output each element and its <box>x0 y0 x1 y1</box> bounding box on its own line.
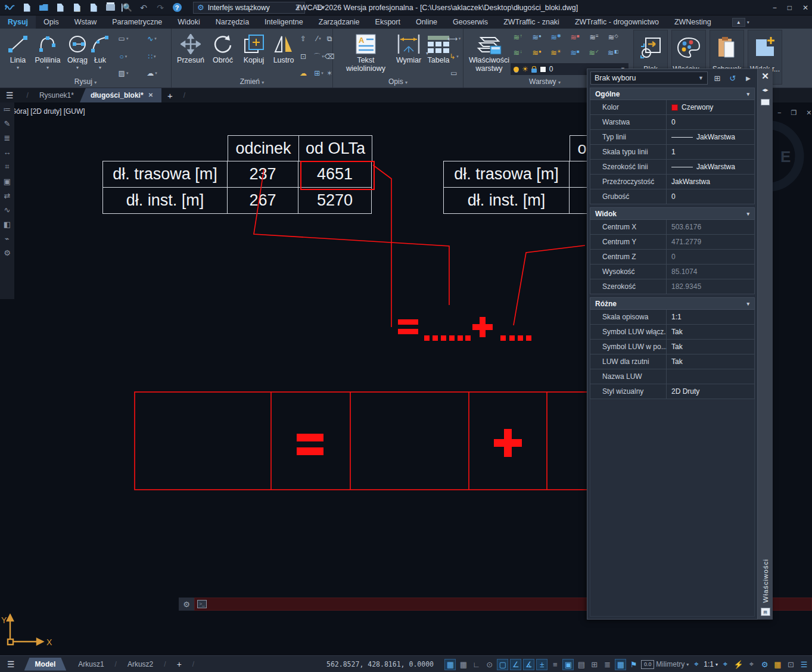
line-caret-icon[interactable]: ▾ <box>2 65 33 70</box>
copy-icon[interactable] <box>88 2 99 13</box>
leader-caret-icon[interactable]: ▾ <box>456 54 459 59</box>
select-objects-button[interactable]: ► <box>742 72 754 84</box>
numbered-list-icon[interactable]: ≣ <box>4 133 11 142</box>
palette-close-button[interactable]: ✕ <box>761 71 769 82</box>
prop-row-centrum-y[interactable]: Centrum Y 471.2779 <box>590 235 755 250</box>
status-customize-icon[interactable]: ☰ <box>798 659 810 670</box>
preview-icon[interactable]: 🔍 <box>122 2 132 13</box>
layer-merge-tool[interactable]: ≋≡ <box>587 32 601 42</box>
trim-caret-icon[interactable]: ▾ <box>319 36 321 41</box>
mirror-tool[interactable]: Lustro <box>268 32 299 64</box>
save-as-icon[interactable] <box>71 2 82 13</box>
lineweight-toggle-icon[interactable]: ≡ <box>549 659 561 670</box>
layer-current-tool[interactable]: ≋✓ <box>587 48 601 58</box>
selection-combobox[interactable]: Brak wyboru ▼ <box>590 71 708 85</box>
panel-label-opis[interactable]: Opis ▾ <box>333 77 463 86</box>
status-menu-icon[interactable]: ☰ <box>7 659 15 669</box>
new-layout-button[interactable]: + <box>177 659 182 669</box>
doc-tab-close-icon[interactable]: ✕ <box>148 88 153 102</box>
selection-combo-arrow-icon[interactable]: ▼ <box>698 75 704 81</box>
doc-tabs-menu-icon[interactable]: ☰ <box>6 91 14 100</box>
annotation-visibility-icon[interactable]: ⌖ <box>720 659 731 670</box>
new-file-icon[interactable] <box>21 2 32 13</box>
help-icon[interactable]: ? <box>172 2 182 13</box>
layer-lock-state-icon[interactable] <box>531 69 537 73</box>
stretch-tool[interactable]: ⇧ <box>295 33 311 44</box>
layer-sun-state-icon[interactable]: ☀ <box>522 66 528 72</box>
layer-match-tool[interactable]: ≋◇ <box>606 32 620 42</box>
prop-row-grubosc[interactable]: Grubość 0 <box>590 189 755 204</box>
scale-tool[interactable]: ⊡ <box>295 51 311 62</box>
rectangle-tool[interactable]: ▭▾ <box>114 33 132 44</box>
layer-unlock-tool[interactable]: ≋■ <box>568 48 581 58</box>
dim-linear-tool[interactable]: ⟷▾ <box>445 33 463 44</box>
ribbon-tab-opis[interactable]: Opis <box>36 15 67 29</box>
move-tool[interactable]: Przesuń <box>175 32 206 64</box>
array-caret-icon[interactable]: ▾ <box>321 71 323 76</box>
polyline-tool[interactable]: Polilinia ▾ <box>32 32 63 70</box>
arc-tool[interactable]: Łuk ▾ <box>88 32 112 70</box>
settings-toolbar-icon[interactable]: ⚙ <box>4 248 11 257</box>
layer-states-icon[interactable]: ≔ <box>4 105 11 114</box>
viewport-toolbar-icon[interactable]: ◧ <box>4 220 11 229</box>
layout-tab-arkusz2[interactable]: Arkusz2 <box>122 660 159 668</box>
layer-isolate-tool[interactable]: ≋● <box>530 32 543 42</box>
align-tool[interactable]: ⧉ <box>325 33 334 44</box>
plus-symbol-upper[interactable] <box>472 317 493 337</box>
ribbon-tab-parametryczne[interactable]: Parametryczne <box>104 15 170 29</box>
dimension-toolbar-icon[interactable]: ↔ <box>4 148 11 157</box>
cad-table-left[interactable]: odcinek od OLTa dł. trasowa [m] 237 4651… <box>103 136 372 214</box>
ribbon-tab-online[interactable]: Online <box>408 15 445 29</box>
prop-row-centrum-z[interactable]: Centrum Z 0 <box>590 250 755 265</box>
polar-toggle-icon[interactable]: ⊙ <box>484 659 495 670</box>
toggle-pickadd-button[interactable]: ↺ <box>727 72 739 84</box>
prop-row-warstwa[interactable]: Warstwa 0 <box>590 115 755 130</box>
hatch-caret-icon[interactable]: ▾ <box>126 71 129 76</box>
mdi-close-button[interactable]: ✕ <box>806 109 811 117</box>
layer-on-tool[interactable]: ≋↑ <box>511 32 524 42</box>
polyline-toolbar-icon[interactable]: ∿ <box>4 206 11 214</box>
prop-row-kolor[interactable]: Kolor Czerwony <box>590 100 755 115</box>
polar-track-toggle-icon[interactable]: ∡ <box>523 659 534 670</box>
prop-row-wysokosc[interactable]: Wysokość 85.1074 <box>590 265 755 279</box>
ribbon-tab-zwnesting[interactable]: ZWNesting <box>667 15 719 29</box>
palette-title-vertical[interactable]: Właściwości <box>762 559 769 603</box>
layer-freeze-tool[interactable]: ≋✱ <box>549 32 562 42</box>
equals-symbol-band[interactable] <box>297 434 323 455</box>
undo-button[interactable]: ↶ <box>138 2 149 13</box>
dots-row-1[interactable] <box>424 335 471 341</box>
selection-toolbar-icon[interactable]: ⌗ <box>5 162 9 172</box>
prop-row-skala-typu-linii[interactable]: Skala typu linii 1 <box>590 145 755 160</box>
command-settings-button[interactable]: ⚙ <box>179 598 194 611</box>
palette-autohide-button[interactable]: ◂▸ <box>762 86 768 93</box>
section-header-ogolne[interactable]: Ogólne ▾ <box>590 88 755 100</box>
ribbon-collapse-caret-icon[interactable]: ▾ <box>747 20 749 25</box>
doc-tab-rysunek1[interactable]: Rysunek1* <box>33 91 80 99</box>
layer-bulb-state-icon[interactable] <box>514 67 519 72</box>
ribbon-tab-eksport[interactable]: Eksport <box>368 15 408 29</box>
palette-calculator-icon[interactable]: ▤ <box>761 608 770 616</box>
leader-line-2[interactable] <box>373 165 391 327</box>
otrack-toggle-icon[interactable]: ∠ <box>510 659 521 670</box>
red-band-outline[interactable] <box>135 392 599 490</box>
prop-row-typ-linii[interactable]: Typ linii JakWarstwa <box>590 130 755 145</box>
section-rozne-caret-icon[interactable]: ▾ <box>746 301 749 307</box>
spline-tool[interactable]: ∿▾ <box>143 33 161 44</box>
layer-bulb-tool[interactable]: ≋● <box>530 48 543 58</box>
ribbon-tab-zarzadzanie[interactable]: Zarządzanie <box>311 15 368 29</box>
mtext-tool[interactable]: A Tekst wieloliniowy <box>340 32 391 73</box>
fillet-caret-icon[interactable]: ▾ <box>322 54 324 59</box>
dimension-tool[interactable]: Wymiar ▾ <box>391 32 426 64</box>
layer-off-tool[interactable]: ≋↓ <box>511 48 524 58</box>
polyline-caret-icon[interactable]: ▾ <box>32 65 63 70</box>
osnap-toggle-icon[interactable]: ▢ <box>497 659 508 670</box>
print-icon[interactable] <box>105 2 116 13</box>
dim-linear-caret-icon[interactable]: ▾ <box>459 36 461 41</box>
ribbon-tab-wstaw[interactable]: Wstaw <box>67 15 105 29</box>
window-maximize-button[interactable]: □ <box>788 4 792 12</box>
units-dropdown[interactable]: Milimetry▾ <box>656 660 689 668</box>
panel-label-rysuj[interactable]: Rysuj ▾ <box>0 77 171 86</box>
mdi-minimize-button[interactable]: − <box>777 109 781 117</box>
dynamic-input-toggle-icon[interactable]: ± <box>536 659 547 670</box>
autoscale-icon[interactable]: ⚡ <box>733 659 744 670</box>
